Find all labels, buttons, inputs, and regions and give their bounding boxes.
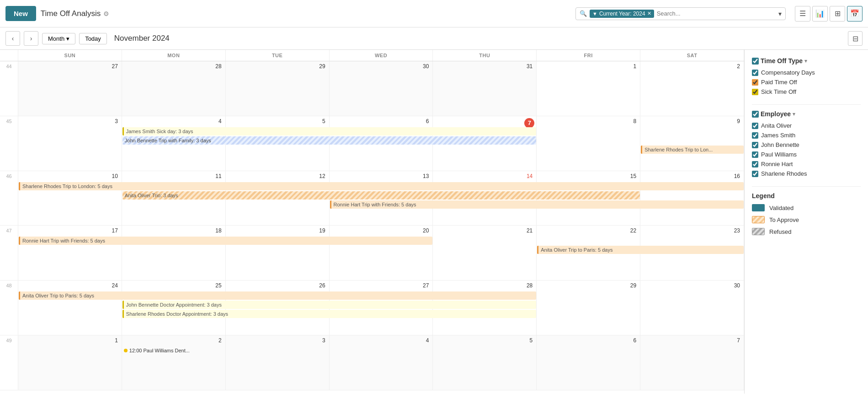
calendar-cell-2[interactable]: 2 [640, 61, 744, 116]
day-number: 28 [435, 282, 534, 289]
employee-john: John Bennette [752, 141, 861, 148]
day-number: 30 [642, 282, 742, 289]
day-number: 2 [642, 63, 742, 70]
calendar-cell-29[interactable]: 29 [537, 281, 640, 335]
calendar-week-48: 4824252627282930Anita Oliver Trip to Par… [0, 281, 744, 335]
day-number: 4 [331, 337, 431, 344]
calendar-cell-24[interactable]: 24 [18, 281, 122, 335]
calendar-cell-7[interactable]: 7 [433, 116, 537, 171]
legend-title: Legend [752, 192, 861, 200]
week-number-49: 49 [0, 335, 18, 390]
day-header-mon: MON [122, 50, 226, 61]
paid-checkbox[interactable] [752, 79, 758, 86]
calendar-cell-17[interactable]: 17 [18, 226, 122, 280]
calendar-cell-9[interactable]: 9 [640, 116, 744, 171]
type-dropdown-icon: ▾ [804, 58, 807, 64]
calendar-cell-26[interactable]: 26 [226, 281, 330, 335]
week-row-47: 4717181920212223 [0, 226, 744, 280]
new-button[interactable]: New [5, 6, 36, 21]
calendar-cell-16[interactable]: 16 [640, 171, 744, 226]
search-input[interactable] [657, 10, 776, 17]
title-text: Time Off Analysis [41, 9, 101, 18]
calendar-cell-15[interactable]: 15 [537, 171, 640, 226]
calendar-cell-other-30[interactable]: 30 [330, 61, 433, 116]
calendar-cell-3[interactable]: 3 [18, 116, 122, 171]
calendar-cell-other-3[interactable]: 3 [226, 335, 330, 390]
sidebar-toggle-button[interactable]: ⊟ [848, 31, 863, 46]
filter-icon: ▼ [592, 11, 597, 16]
calendar-cell-20[interactable]: 20 [330, 226, 433, 280]
type-sick: Sick Time Off [752, 88, 861, 95]
calendar-cell-other-31[interactable]: 31 [433, 61, 537, 116]
calendar-cell-10[interactable]: 10 [18, 171, 122, 226]
day-number: 1 [20, 337, 120, 344]
calendar-cell-21[interactable]: 21 [433, 226, 537, 280]
filter-close-icon[interactable]: ✕ [647, 11, 651, 16]
day-number: 27 [20, 63, 120, 70]
next-month-button[interactable]: › [24, 31, 38, 46]
legend-validated-box [752, 204, 765, 211]
anita-checkbox[interactable] [752, 123, 758, 129]
day-number: 31 [435, 63, 534, 70]
day-number: 29 [228, 63, 327, 70]
compensatory-checkbox[interactable] [752, 70, 758, 76]
day-header-wed: WED [330, 50, 433, 61]
search-dropdown-button[interactable]: ▾ [778, 10, 782, 17]
week-row-44: 44272829303112 [0, 61, 744, 116]
legend-validated-label: Validated [769, 205, 793, 211]
calendar-cell-30[interactable]: 30 [640, 281, 744, 335]
calendar-cell-4[interactable]: 4 [122, 116, 226, 171]
calendar-cell-other-2[interactable]: 2 [122, 335, 226, 390]
chart-view-button[interactable]: 📊 [812, 6, 828, 22]
filter-tag: ▼ Current Year: 2024 ✕ [590, 10, 654, 18]
day-number: 7 [435, 118, 534, 128]
calendar-cell-other-1[interactable]: 1 [18, 335, 122, 390]
calendar-view-button[interactable]: 📅 [847, 6, 863, 22]
sick-checkbox[interactable] [752, 89, 758, 95]
calendar-cell-11[interactable]: 11 [122, 171, 226, 226]
employee-toggle[interactable] [752, 111, 759, 118]
calendar-cell-other-6[interactable]: 6 [537, 335, 640, 390]
james-checkbox[interactable] [752, 132, 758, 139]
gear-icon[interactable]: ⚙ [103, 10, 109, 17]
calendar-cell-other-27[interactable]: 27 [18, 61, 122, 116]
calendar-cell-22[interactable]: 22 [537, 226, 640, 280]
day-number: 6 [538, 337, 638, 344]
calendar-cell-13[interactable]: 13 [330, 171, 433, 226]
sharlene-checkbox[interactable] [752, 171, 758, 177]
grid-view-button[interactable]: ⊞ [830, 6, 845, 22]
type-paid: Paid Time Off [752, 79, 861, 86]
list-view-button[interactable]: ☰ [795, 6, 810, 22]
calendar-cell-27[interactable]: 27 [330, 281, 433, 335]
view-icons: ☰ 📊 ⊞ 📅 [795, 6, 863, 22]
calendar-cell-19[interactable]: 19 [226, 226, 330, 280]
week-number-47: 47 [0, 226, 18, 280]
calendar-cell-other-4[interactable]: 4 [330, 335, 433, 390]
calendar-cell-8[interactable]: 8 [537, 116, 640, 171]
calendar-cell-other-28[interactable]: 28 [122, 61, 226, 116]
calendar-cell-5[interactable]: 5 [226, 116, 330, 171]
john-checkbox[interactable] [752, 142, 758, 148]
calendar-cell-14[interactable]: 14 [433, 171, 537, 226]
day-number: 15 [538, 173, 638, 179]
today-button[interactable]: Today [79, 33, 107, 44]
calendar-cell-23[interactable]: 23 [640, 226, 744, 280]
calendar-cell-12[interactable]: 12 [226, 171, 330, 226]
calendar-toolbar: ‹ › Month ▾ Today November 2024 ⊟ [0, 27, 868, 50]
calendar-header: SUN MON TUE WED THU FRI SAT [0, 50, 744, 61]
paul-label: Paul Williams [761, 151, 797, 158]
calendar-cell-other-5[interactable]: 5 [433, 335, 537, 390]
day-number: 23 [642, 227, 742, 234]
calendar-cell-1[interactable]: 1 [537, 61, 640, 116]
calendar-cell-other-7[interactable]: 7 [640, 335, 744, 390]
paul-checkbox[interactable] [752, 151, 758, 158]
month-selector-button[interactable]: Month ▾ [42, 33, 75, 44]
time-off-type-toggle[interactable] [752, 58, 759, 65]
ronnie-checkbox[interactable] [752, 161, 758, 167]
calendar-cell-18[interactable]: 18 [122, 226, 226, 280]
calendar-cell-6[interactable]: 6 [330, 116, 433, 171]
prev-month-button[interactable]: ‹ [5, 31, 20, 46]
calendar-cell-25[interactable]: 25 [122, 281, 226, 335]
calendar-cell-28[interactable]: 28 [433, 281, 537, 335]
calendar-cell-other-29[interactable]: 29 [226, 61, 330, 116]
